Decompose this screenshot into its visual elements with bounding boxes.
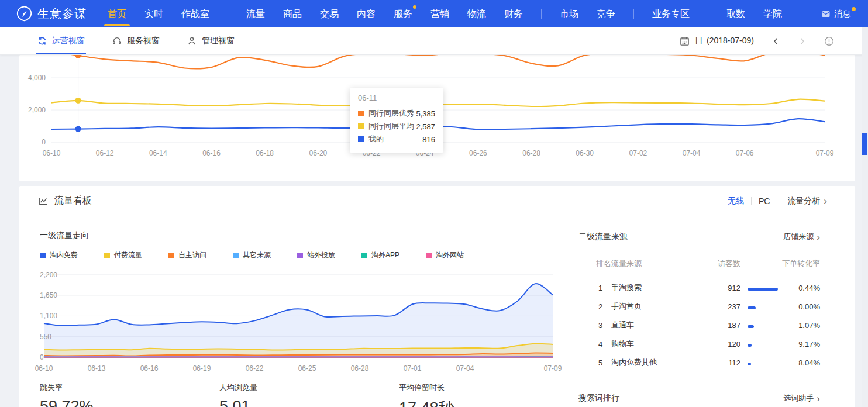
svg-text:06-16: 06-16 xyxy=(140,364,159,372)
svg-text:07-01: 07-01 xyxy=(404,364,422,372)
screen: 生意参谋 首页实时作战室流量商品交易内容服务营销物流财务市场竞争业务专区取数学院… xyxy=(0,0,868,407)
source-row[interactable]: 3直通车1871.07% xyxy=(578,316,820,334)
nav-item-data-extract[interactable]: 取数 xyxy=(726,0,745,27)
nav-item-finance[interactable]: 财务 xyxy=(504,0,523,27)
col-rank: 排名 xyxy=(578,258,611,269)
source-visitors: 112 xyxy=(699,358,740,367)
terminal-link-pc[interactable]: PC xyxy=(759,196,770,206)
svg-text:07-02: 07-02 xyxy=(629,149,647,157)
legend-color-swatch xyxy=(40,253,46,258)
prev-date-button[interactable] xyxy=(771,37,780,46)
svg-text:2,200: 2,200 xyxy=(40,271,57,279)
traffic-analysis-link[interactable]: 流量分析 › xyxy=(787,196,827,206)
visitors-bar xyxy=(748,288,778,291)
series-color-swatch xyxy=(358,111,364,116)
source-row[interactable]: 2手淘首页2370.00% xyxy=(578,297,820,316)
legend-item[interactable]: 自主访问 xyxy=(168,250,206,260)
page-scrollbar[interactable] xyxy=(862,27,868,407)
traffic-board-header: 流量看板 无线 PC 流量分析 › xyxy=(19,186,855,216)
svg-text:0: 0 xyxy=(40,353,44,361)
stat-label: 平均停留时长 xyxy=(399,382,578,393)
tooltip-row: 同行同层优秀5,385 xyxy=(358,107,435,120)
visitors-bar xyxy=(748,325,754,328)
stat-block: 人均浏览量5.01 xyxy=(219,382,399,407)
legend-label: 淘外网站 xyxy=(436,250,464,260)
nav-item-market[interactable]: 市场 xyxy=(560,0,578,27)
tab-management-view[interactable]: 管理视窗 xyxy=(187,27,235,54)
nav-divider xyxy=(228,9,228,19)
date-display[interactable]: 日(2018-07-09) xyxy=(695,36,754,46)
nav-item-logistics[interactable]: 物流 xyxy=(467,0,486,27)
nav-item-marketing[interactable]: 营销 xyxy=(430,0,449,27)
source-row[interactable]: 5淘内免费其他1128.04% xyxy=(578,353,820,372)
svg-text:07-04: 07-04 xyxy=(683,149,701,157)
series-value: 5,385 xyxy=(416,109,435,118)
next-date-button[interactable] xyxy=(798,37,807,46)
tab-label: 运营视窗 xyxy=(52,36,85,46)
nav-item-academy[interactable]: 学院 xyxy=(763,0,782,27)
brand[interactable]: 生意参谋 xyxy=(16,6,87,22)
nav-item-trade[interactable]: 交易 xyxy=(320,0,339,27)
source-name: 手淘搜索 xyxy=(611,282,699,293)
nav-item-business-zone[interactable]: 业务专区 xyxy=(652,0,690,27)
sync-icon xyxy=(37,36,47,46)
legend-item[interactable]: 其它来源 xyxy=(233,250,271,260)
nav-item-competition[interactable]: 竞争 xyxy=(597,0,615,27)
stat-value: 59.72% xyxy=(40,398,219,407)
chevron-right-icon: › xyxy=(824,196,827,206)
source-row[interactable]: 4购物车1209.17% xyxy=(578,334,820,353)
traffic-area-chart[interactable]: 05501,1001,6502,20006-1006-1306-1606-190… xyxy=(31,267,581,381)
date-controls: 日(2018-07-09) xyxy=(680,36,834,46)
nav-item-content[interactable]: 内容 xyxy=(357,0,376,27)
stat-label: 人均浏览量 xyxy=(219,382,399,393)
top-nav: 生意参谋 首页实时作战室流量商品交易内容服务营销物流财务市场竞争业务专区取数学院… xyxy=(0,0,868,27)
stat-label: 跳失率 xyxy=(40,382,219,393)
nav-item-service[interactable]: 服务 xyxy=(394,0,412,27)
nav-item-traffic[interactable]: 流量 xyxy=(246,0,265,27)
shop-sources-link[interactable]: 店铺来源 › xyxy=(783,232,820,242)
series-value: 816 xyxy=(422,135,435,144)
legend-item[interactable]: 付费流量 xyxy=(104,250,142,260)
svg-text:06-19: 06-19 xyxy=(193,364,211,372)
nav-message[interactable]: 消息 xyxy=(821,9,850,19)
legend-color-swatch xyxy=(104,253,110,258)
nav-item-home[interactable]: 首页 xyxy=(108,0,126,27)
legend-label: 自主访问 xyxy=(178,250,206,260)
message-icon xyxy=(821,9,831,19)
terminal-link-wireless[interactable]: 无线 xyxy=(728,196,744,206)
tooltip-row: 同行同层平均2,587 xyxy=(358,120,435,133)
tooltip-date: 06-11 xyxy=(358,94,435,102)
legend-item[interactable]: 站外投放 xyxy=(297,250,335,260)
series-name: 我的 xyxy=(368,134,384,144)
legend-label: 站外投放 xyxy=(307,250,335,260)
tab-service-view[interactable]: 服务视窗 xyxy=(112,27,160,54)
calendar-icon[interactable] xyxy=(680,36,690,46)
source-row[interactable]: 1手淘搜索9120.44% xyxy=(578,278,820,297)
tab-operation-view[interactable]: 运营视窗 xyxy=(37,27,85,54)
word-picker-link[interactable]: 选词助手 › xyxy=(783,393,820,403)
nav-item-goods[interactable]: 商品 xyxy=(283,0,302,27)
line-chart-icon xyxy=(38,196,49,206)
nav-item-realtime[interactable]: 实时 xyxy=(144,0,163,27)
legend-item[interactable]: 淘外APP xyxy=(361,250,399,260)
sources-table-header: 排名 流量来源 访客数 下单转化率 xyxy=(578,258,820,269)
info-icon[interactable] xyxy=(824,36,834,46)
nav-item-war-room[interactable]: 作战室 xyxy=(181,0,209,27)
source-visitors: 237 xyxy=(699,302,740,311)
brand-logo-icon xyxy=(16,6,32,22)
nav-divider xyxy=(708,9,708,19)
legend-color-swatch xyxy=(361,253,367,258)
source-visitors: 120 xyxy=(699,340,740,349)
scrollbar-thumb[interactable] xyxy=(862,133,867,155)
legend-item[interactable]: 淘外网站 xyxy=(426,250,464,260)
legend-color-swatch xyxy=(233,253,239,258)
search-rank-title: 搜索词排行 xyxy=(578,393,619,403)
svg-text:1,100: 1,100 xyxy=(40,312,57,320)
message-label: 消息 xyxy=(834,9,850,19)
traffic-board-card: 流量看板 无线 PC 流量分析 › 一级流量走向 淘内免费付费流量自主访问其它来… xyxy=(19,186,855,407)
svg-text:1,650: 1,650 xyxy=(40,291,57,299)
stat-value: 5.01 xyxy=(219,398,399,407)
view-tabbar: 运营视窗 服务视窗 管理视窗 xyxy=(0,27,868,55)
svg-text:06-22: 06-22 xyxy=(246,364,264,372)
legend-item[interactable]: 淘内免费 xyxy=(40,250,78,260)
